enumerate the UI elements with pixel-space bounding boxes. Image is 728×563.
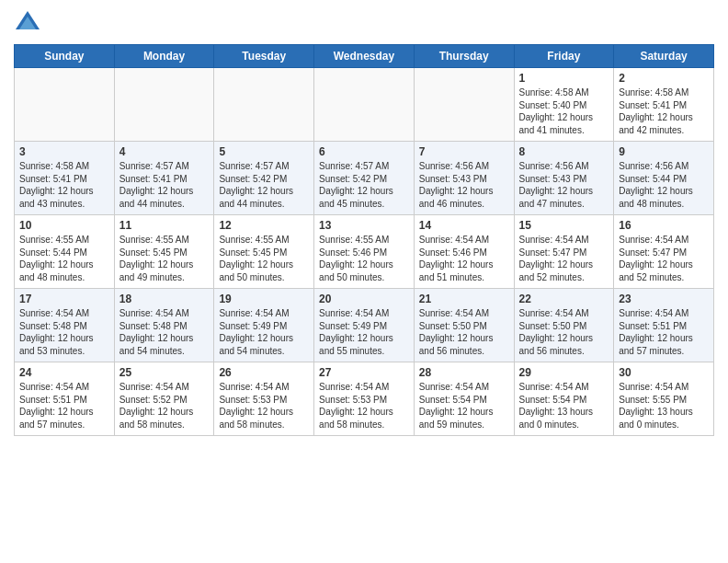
main-container: SundayMondayTuesdayWednesdayThursdayFrid… bbox=[0, 0, 728, 445]
calendar-day-cell: 16Sunrise: 4:54 AM Sunset: 5:47 PM Dayli… bbox=[614, 215, 714, 289]
day-of-week-header: Tuesday bbox=[214, 45, 314, 68]
calendar-week-row: 17Sunrise: 4:54 AM Sunset: 5:48 PM Dayli… bbox=[15, 289, 714, 362]
calendar-day-cell: 23Sunrise: 4:54 AM Sunset: 5:51 PM Dayli… bbox=[614, 289, 714, 362]
day-info: Sunrise: 4:54 AM Sunset: 5:55 PM Dayligh… bbox=[619, 381, 709, 431]
day-info: Sunrise: 4:55 AM Sunset: 5:44 PM Dayligh… bbox=[19, 234, 109, 283]
day-number: 28 bbox=[419, 366, 509, 379]
calendar-day-cell: 20Sunrise: 4:54 AM Sunset: 5:49 PM Dayli… bbox=[314, 289, 415, 362]
calendar-day-cell: 3Sunrise: 4:58 AM Sunset: 5:41 PM Daylig… bbox=[15, 142, 115, 215]
day-info: Sunrise: 4:54 AM Sunset: 5:49 PM Dayligh… bbox=[219, 307, 309, 357]
day-number: 10 bbox=[19, 219, 109, 232]
calendar-day-cell: 5Sunrise: 4:57 AM Sunset: 5:42 PM Daylig… bbox=[214, 142, 314, 215]
day-number: 29 bbox=[519, 366, 609, 379]
day-number: 24 bbox=[19, 366, 109, 379]
day-number: 9 bbox=[619, 145, 709, 158]
day-number: 20 bbox=[319, 293, 409, 305]
calendar-day-cell: 26Sunrise: 4:54 AM Sunset: 5:53 PM Dayli… bbox=[214, 362, 314, 436]
day-info: Sunrise: 4:58 AM Sunset: 5:41 PM Dayligh… bbox=[619, 86, 709, 136]
day-info: Sunrise: 4:54 AM Sunset: 5:46 PM Dayligh… bbox=[419, 234, 509, 283]
day-number: 8 bbox=[519, 145, 609, 158]
calendar-day-cell: 18Sunrise: 4:54 AM Sunset: 5:48 PM Dayli… bbox=[114, 289, 214, 362]
day-of-week-header: Wednesday bbox=[314, 45, 415, 68]
day-number: 22 bbox=[519, 293, 609, 305]
day-info: Sunrise: 4:54 AM Sunset: 5:51 PM Dayligh… bbox=[619, 307, 709, 357]
calendar-day-cell bbox=[114, 68, 214, 142]
calendar-week-row: 10Sunrise: 4:55 AM Sunset: 5:44 PM Dayli… bbox=[15, 215, 714, 289]
day-info: Sunrise: 4:56 AM Sunset: 5:43 PM Dayligh… bbox=[519, 160, 609, 210]
day-number: 27 bbox=[319, 366, 409, 379]
calendar-day-cell: 9Sunrise: 4:56 AM Sunset: 5:44 PM Daylig… bbox=[614, 142, 714, 215]
day-info: Sunrise: 4:54 AM Sunset: 5:54 PM Dayligh… bbox=[519, 381, 609, 431]
calendar-day-cell: 6Sunrise: 4:57 AM Sunset: 5:42 PM Daylig… bbox=[314, 142, 415, 215]
day-number: 30 bbox=[619, 366, 709, 379]
calendar-day-cell: 25Sunrise: 4:54 AM Sunset: 5:52 PM Dayli… bbox=[114, 362, 214, 436]
day-info: Sunrise: 4:58 AM Sunset: 5:40 PM Dayligh… bbox=[519, 86, 609, 136]
calendar-day-cell: 15Sunrise: 4:54 AM Sunset: 5:47 PM Dayli… bbox=[514, 215, 614, 289]
day-info: Sunrise: 4:55 AM Sunset: 5:46 PM Dayligh… bbox=[319, 234, 409, 283]
day-number: 23 bbox=[619, 293, 709, 305]
calendar-day-cell bbox=[414, 68, 514, 142]
calendar-day-cell: 14Sunrise: 4:54 AM Sunset: 5:46 PM Dayli… bbox=[414, 215, 514, 289]
day-of-week-header: Monday bbox=[114, 45, 214, 68]
calendar-week-row: 3Sunrise: 4:58 AM Sunset: 5:41 PM Daylig… bbox=[15, 142, 714, 215]
day-info: Sunrise: 4:54 AM Sunset: 5:47 PM Dayligh… bbox=[619, 234, 709, 283]
day-number: 18 bbox=[119, 293, 210, 305]
calendar-day-cell: 11Sunrise: 4:55 AM Sunset: 5:45 PM Dayli… bbox=[114, 215, 214, 289]
header bbox=[14, 9, 714, 37]
day-info: Sunrise: 4:55 AM Sunset: 5:45 PM Dayligh… bbox=[119, 234, 210, 283]
day-number: 3 bbox=[19, 145, 109, 158]
calendar-day-cell: 24Sunrise: 4:54 AM Sunset: 5:51 PM Dayli… bbox=[15, 362, 115, 436]
day-number: 25 bbox=[119, 366, 210, 379]
day-info: Sunrise: 4:54 AM Sunset: 5:51 PM Dayligh… bbox=[19, 381, 109, 431]
day-info: Sunrise: 4:54 AM Sunset: 5:48 PM Dayligh… bbox=[119, 307, 210, 357]
day-number: 2 bbox=[619, 72, 709, 85]
calendar-day-cell bbox=[15, 68, 115, 142]
day-info: Sunrise: 4:54 AM Sunset: 5:48 PM Dayligh… bbox=[19, 307, 109, 357]
day-info: Sunrise: 4:54 AM Sunset: 5:47 PM Dayligh… bbox=[519, 234, 609, 283]
calendar-day-cell: 22Sunrise: 4:54 AM Sunset: 5:50 PM Dayli… bbox=[514, 289, 614, 362]
day-number: 14 bbox=[419, 219, 509, 232]
day-number: 4 bbox=[119, 145, 210, 158]
calendar-header-row: SundayMondayTuesdayWednesdayThursdayFrid… bbox=[15, 45, 714, 68]
calendar-day-cell bbox=[214, 68, 314, 142]
calendar-day-cell: 27Sunrise: 4:54 AM Sunset: 5:53 PM Dayli… bbox=[314, 362, 415, 436]
calendar-day-cell: 19Sunrise: 4:54 AM Sunset: 5:49 PM Dayli… bbox=[214, 289, 314, 362]
day-of-week-header: Saturday bbox=[614, 45, 714, 68]
day-info: Sunrise: 4:56 AM Sunset: 5:44 PM Dayligh… bbox=[619, 160, 709, 210]
day-number: 5 bbox=[219, 145, 309, 158]
calendar-day-cell: 17Sunrise: 4:54 AM Sunset: 5:48 PM Dayli… bbox=[15, 289, 115, 362]
day-number: 26 bbox=[219, 366, 309, 379]
calendar-week-row: 24Sunrise: 4:54 AM Sunset: 5:51 PM Dayli… bbox=[15, 362, 714, 436]
calendar-table: SundayMondayTuesdayWednesdayThursdayFrid… bbox=[14, 44, 714, 436]
calendar-day-cell: 21Sunrise: 4:54 AM Sunset: 5:50 PM Dayli… bbox=[414, 289, 514, 362]
day-info: Sunrise: 4:57 AM Sunset: 5:41 PM Dayligh… bbox=[119, 160, 210, 210]
day-number: 17 bbox=[19, 293, 109, 305]
calendar-day-cell: 28Sunrise: 4:54 AM Sunset: 5:54 PM Dayli… bbox=[414, 362, 514, 436]
day-info: Sunrise: 4:54 AM Sunset: 5:50 PM Dayligh… bbox=[519, 307, 609, 357]
calendar-day-cell: 8Sunrise: 4:56 AM Sunset: 5:43 PM Daylig… bbox=[514, 142, 614, 215]
calendar-day-cell: 30Sunrise: 4:54 AM Sunset: 5:55 PM Dayli… bbox=[614, 362, 714, 436]
calendar-day-cell: 7Sunrise: 4:56 AM Sunset: 5:43 PM Daylig… bbox=[414, 142, 514, 215]
calendar-day-cell: 2Sunrise: 4:58 AM Sunset: 5:41 PM Daylig… bbox=[614, 68, 714, 142]
day-info: Sunrise: 4:57 AM Sunset: 5:42 PM Dayligh… bbox=[219, 160, 309, 210]
day-number: 1 bbox=[519, 72, 609, 85]
day-number: 13 bbox=[319, 219, 409, 232]
day-number: 15 bbox=[519, 219, 609, 232]
calendar-week-row: 1Sunrise: 4:58 AM Sunset: 5:40 PM Daylig… bbox=[15, 68, 714, 142]
day-info: Sunrise: 4:58 AM Sunset: 5:41 PM Dayligh… bbox=[19, 160, 109, 210]
day-info: Sunrise: 4:55 AM Sunset: 5:45 PM Dayligh… bbox=[219, 234, 309, 283]
logo-icon bbox=[14, 9, 41, 37]
day-number: 6 bbox=[319, 145, 409, 158]
day-of-week-header: Thursday bbox=[414, 45, 514, 68]
day-of-week-header: Sunday bbox=[15, 45, 115, 68]
calendar-day-cell: 10Sunrise: 4:55 AM Sunset: 5:44 PM Dayli… bbox=[15, 215, 115, 289]
calendar-day-cell: 29Sunrise: 4:54 AM Sunset: 5:54 PM Dayli… bbox=[514, 362, 614, 436]
day-of-week-header: Friday bbox=[514, 45, 614, 68]
day-info: Sunrise: 4:54 AM Sunset: 5:52 PM Dayligh… bbox=[119, 381, 210, 431]
calendar-day-cell: 12Sunrise: 4:55 AM Sunset: 5:45 PM Dayli… bbox=[214, 215, 314, 289]
day-number: 11 bbox=[119, 219, 210, 232]
day-info: Sunrise: 4:54 AM Sunset: 5:50 PM Dayligh… bbox=[419, 307, 509, 357]
day-info: Sunrise: 4:54 AM Sunset: 5:54 PM Dayligh… bbox=[419, 381, 509, 431]
day-info: Sunrise: 4:57 AM Sunset: 5:42 PM Dayligh… bbox=[319, 160, 409, 210]
day-number: 12 bbox=[219, 219, 309, 232]
